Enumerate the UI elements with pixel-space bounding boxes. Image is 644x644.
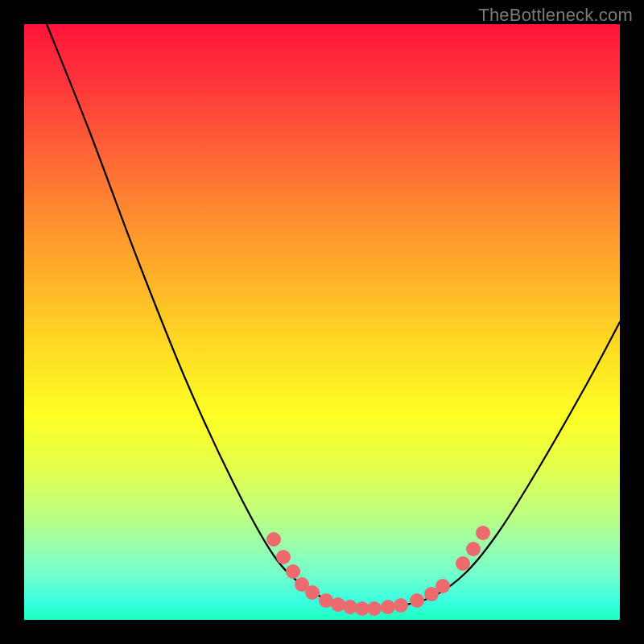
chart-container: TheBottleneck.com (0, 0, 644, 644)
data-point (276, 550, 291, 564)
data-point (331, 597, 345, 612)
data-point (456, 556, 470, 571)
data-point (410, 593, 424, 608)
bottleneck-curve (47, 24, 620, 609)
data-point (286, 564, 300, 579)
data-point (305, 585, 320, 600)
data-point (266, 532, 281, 547)
plot-area (24, 24, 620, 620)
watermark-text: TheBottleneck.com (478, 5, 633, 26)
data-point (394, 598, 408, 613)
data-point (381, 600, 395, 614)
data-points-group (266, 526, 490, 616)
data-point (436, 579, 450, 593)
data-point (476, 526, 490, 540)
data-point (367, 601, 382, 616)
chart-svg (24, 24, 620, 620)
data-point (466, 542, 481, 556)
